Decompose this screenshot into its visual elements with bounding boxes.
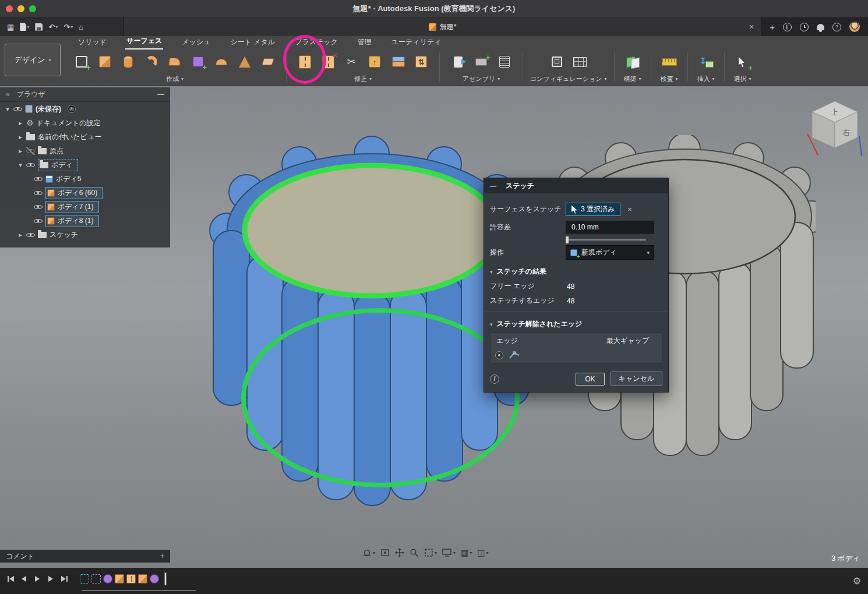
document-tab[interactable]: 無題* × xyxy=(124,17,761,36)
slider-handle[interactable] xyxy=(566,236,569,243)
visibility-eye-icon[interactable] xyxy=(26,231,35,239)
visibility-eye-off-icon[interactable] xyxy=(26,147,35,155)
minimize-browser-icon[interactable]: — xyxy=(157,90,164,98)
browser-item-origin[interactable]: ▸ 原点 xyxy=(0,144,170,158)
construction-plane-button[interactable] xyxy=(622,50,644,73)
user-avatar[interactable] xyxy=(849,22,860,32)
milestone-badge-icon[interactable]: ◎ xyxy=(68,105,76,113)
configure-button[interactable] xyxy=(546,50,568,73)
ruled-surface-button[interactable] xyxy=(234,50,256,73)
cancel-button[interactable]: キャンセル xyxy=(611,372,662,386)
visibility-eye-icon[interactable] xyxy=(34,217,43,225)
clear-selection-icon[interactable]: × xyxy=(627,205,632,214)
stitch-results-section-header[interactable]: ▾ ステッチの結果 xyxy=(490,267,662,277)
inspect-group-label[interactable]: 検査▾ xyxy=(661,75,678,83)
visibility-eye-icon[interactable] xyxy=(34,189,43,197)
ok-button[interactable]: OK xyxy=(576,373,604,386)
loft-button[interactable] xyxy=(164,50,186,73)
unstitch-button[interactable] xyxy=(317,50,339,73)
visibility-eye-icon[interactable] xyxy=(26,161,35,169)
create-group-label[interactable]: 作成▾ xyxy=(166,75,184,83)
new-component-button[interactable] xyxy=(447,50,469,73)
browser-item-body7[interactable]: ボディ7 (1) xyxy=(0,200,170,214)
reverse-normal-button[interactable]: ⇅ xyxy=(410,50,432,73)
browser-item-named-views[interactable]: ▸ 名前の付いたビュー xyxy=(0,130,170,144)
expand-arrow-icon[interactable]: ▾ xyxy=(17,161,23,169)
tab-manage[interactable]: 管理 xyxy=(357,36,373,50)
browser-item-body5[interactable]: ボディ5 xyxy=(0,172,170,186)
app-grid-icon[interactable]: ▦ xyxy=(5,17,16,36)
timeline-step-forward-button[interactable] xyxy=(45,572,57,585)
table-row[interactable] xyxy=(491,348,662,363)
add-comment-icon[interactable]: + xyxy=(160,552,164,560)
tab-sheet-metal[interactable]: シート メタル xyxy=(229,36,276,50)
viewports-button[interactable]: ◫ ▾ xyxy=(477,549,488,557)
pan-button[interactable] xyxy=(395,548,404,557)
view-cube[interactable]: 上 右 xyxy=(803,93,867,157)
insert-group-label[interactable]: 挿入▾ xyxy=(697,75,715,83)
zoom-button[interactable] xyxy=(410,548,419,557)
workspace-selector-button[interactable]: デザイン ▾ xyxy=(5,44,61,76)
undo-button[interactable]: ↶▾ xyxy=(46,17,60,36)
tab-mesh[interactable]: メッシュ xyxy=(181,36,211,50)
tab-plastic[interactable]: プラスチック xyxy=(294,36,339,50)
timeline-body-feature-icon[interactable] xyxy=(115,574,124,584)
browser-item-body6[interactable]: ボディ6 (60) xyxy=(0,186,170,200)
notifications-bell-icon[interactable] xyxy=(817,24,824,30)
merge-button[interactable] xyxy=(387,50,409,73)
visibility-eye-icon[interactable] xyxy=(34,175,43,183)
construct-group-label[interactable]: 構築▾ xyxy=(624,75,641,83)
fit-button[interactable]: ▾ xyxy=(424,548,437,557)
collapse-panel-icon[interactable]: « xyxy=(6,90,10,98)
expand-arrow-icon[interactable]: ▸ xyxy=(17,133,23,141)
create-form-button[interactable] xyxy=(187,50,209,73)
surface-selection-chip[interactable]: 3 選択済み xyxy=(566,203,620,216)
orbit-button[interactable]: ▾ xyxy=(362,548,375,557)
configuration-group-label[interactable]: コンフィギュレーション▾ xyxy=(530,75,607,83)
bom-button[interactable] xyxy=(493,50,516,73)
job-status-icon[interactable] xyxy=(800,23,809,31)
new-document-tab-button[interactable]: + xyxy=(770,22,775,32)
dialog-collapse-icon[interactable]: — xyxy=(490,182,496,189)
tab-solid[interactable]: ソリッド xyxy=(77,36,108,50)
timeline-body-feature-icon[interactable] xyxy=(138,574,147,584)
browser-item-bodies-folder[interactable]: ▾ ボディ xyxy=(0,158,170,172)
operation-dropdown[interactable]: 新規ボディ ▾ xyxy=(566,245,654,260)
patch-button[interactable] xyxy=(210,50,232,73)
tolerance-input[interactable]: 0.10 mm xyxy=(566,221,654,234)
timeline-step-back-button[interactable] xyxy=(18,572,30,585)
visibility-eye-icon[interactable] xyxy=(13,105,22,113)
timeline-settings-gear-icon[interactable]: ⚙ xyxy=(853,575,861,586)
stitch-button[interactable] xyxy=(294,50,316,73)
unstitched-edges-section-header[interactable]: ▾ ステッチ解除されたエッジ xyxy=(490,319,662,329)
expand-arrow-icon[interactable]: ▾ xyxy=(5,105,10,113)
timeline-position-marker[interactable] xyxy=(164,572,167,585)
redo-button[interactable]: ↷▾ xyxy=(61,17,75,36)
select-group-label[interactable]: 選択▾ xyxy=(734,75,751,83)
zoom-window-button[interactable] xyxy=(29,5,36,12)
home-button[interactable]: ⌂ xyxy=(76,17,86,36)
timeline-form-feature-icon[interactable] xyxy=(103,574,112,584)
offset-button[interactable] xyxy=(257,50,279,73)
save-button[interactable] xyxy=(33,17,45,36)
online-status-icon[interactable] xyxy=(783,23,792,31)
timeline-stitch-feature-icon[interactable] xyxy=(126,574,136,584)
trim-button[interactable]: ✂ xyxy=(340,50,362,73)
assemble-group-label[interactable]: アセンブリ▾ xyxy=(463,75,500,83)
timeline-sketch-feature-icon[interactable] xyxy=(91,574,101,584)
info-icon[interactable]: i xyxy=(490,374,499,384)
extrude-button[interactable] xyxy=(94,50,116,73)
timeline-skip-end-button[interactable] xyxy=(58,572,70,585)
file-menu-button[interactable]: ▾ xyxy=(17,17,31,36)
minimize-window-button[interactable] xyxy=(17,5,24,12)
help-icon[interactable]: ? xyxy=(832,23,841,31)
sweep-button[interactable] xyxy=(140,50,163,73)
insert-button[interactable]: ↧ xyxy=(695,50,717,73)
timeline-skip-start-button[interactable] xyxy=(5,572,16,585)
tab-utilities[interactable]: ユーティリティ xyxy=(390,36,443,50)
timeline-track[interactable] xyxy=(82,590,196,591)
display-settings-button[interactable]: ▾ xyxy=(442,548,456,557)
timeline-sketch-feature-icon[interactable] xyxy=(80,574,89,584)
expand-arrow-icon[interactable]: ▸ xyxy=(17,231,23,239)
browser-item-body8[interactable]: ボディ8 (1) xyxy=(0,214,170,228)
